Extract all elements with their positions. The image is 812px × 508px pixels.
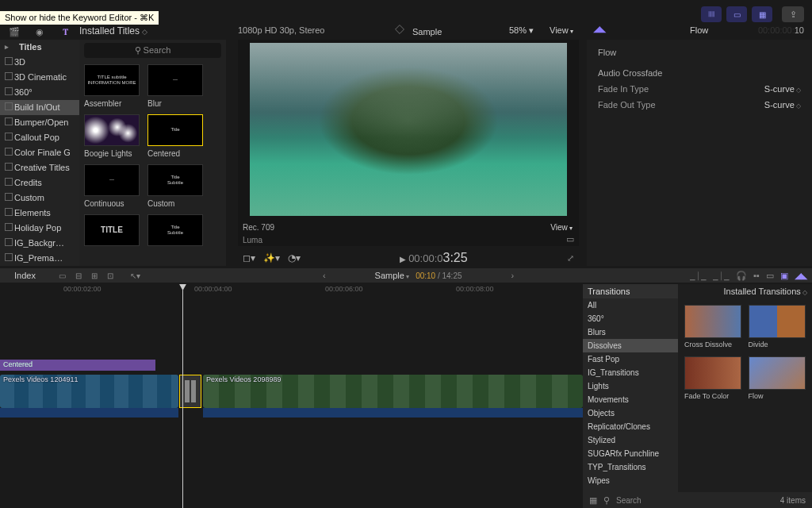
titles-grid: TITLE subtitle INFORMATION MOREAssembler… bbox=[79, 61, 226, 266]
viewer-view-menu-2[interactable]: View bbox=[550, 223, 573, 232]
sidebar-root-titles[interactable]: Titles bbox=[0, 40, 79, 55]
viewer-canvas[interactable] bbox=[250, 43, 567, 216]
timeline-options-icon[interactable]: ▭ bbox=[766, 271, 774, 281]
timeline-area[interactable]: 00:00:02:00 00:00:04:00 00:00:06:00 00:0… bbox=[0, 284, 583, 508]
sidebar-item[interactable]: Bumper/Open bbox=[0, 115, 79, 130]
sidebar-item[interactable]: IG_Prema… bbox=[0, 251, 79, 266]
snapping-icon[interactable]: ▪▪ bbox=[753, 271, 760, 281]
timeline-index-button[interactable]: Index bbox=[0, 271, 50, 280]
title-preset-card[interactable]: TITLE subtitle INFORMATION MOREAssembler bbox=[84, 64, 140, 108]
sidebar-item[interactable]: Custom bbox=[0, 190, 79, 206]
ruler-mark: 00:00:04:00 bbox=[194, 285, 232, 293]
connect-clip-icon[interactable]: ▭ bbox=[56, 270, 69, 281]
title-preset-card[interactable]: TitleCentered bbox=[147, 114, 203, 158]
skimming-icon[interactable]: ⎯⎢⎯ bbox=[690, 271, 707, 281]
sidebar-item[interactable]: Credits bbox=[0, 175, 79, 190]
transition-category-item[interactable]: 360° bbox=[583, 312, 678, 325]
transition-preset-card[interactable]: Cross Dissolve bbox=[684, 305, 742, 348]
arrow-tool-icon[interactable]: ↖▾ bbox=[129, 270, 142, 281]
inspector-title: Flow bbox=[690, 25, 708, 35]
retime-tool-icon[interactable]: ◔▾ bbox=[288, 252, 301, 264]
video-clip-1[interactable]: Pexels Videos 1204911 bbox=[0, 375, 178, 408]
sidebar-item[interactable]: Callout Pop bbox=[0, 130, 79, 145]
inspector-toggle-icon[interactable]: ◢◣ bbox=[593, 24, 606, 34]
browser-title-dropdown[interactable]: Installed Titles bbox=[79, 25, 147, 37]
transition-category-item[interactable]: Dissolves bbox=[583, 339, 678, 352]
grid-view-icon[interactable]: ▦ bbox=[589, 495, 597, 506]
timeline-playhead[interactable] bbox=[182, 284, 183, 508]
viewer-zoom-dropdown[interactable]: 58% ▾ bbox=[509, 25, 534, 36]
transition-category-item[interactable]: TYP_Transitions bbox=[583, 460, 678, 474]
insert-clip-icon[interactable]: ⊟ bbox=[72, 270, 85, 281]
solo-icon[interactable]: 🎧 bbox=[736, 271, 747, 281]
transition-category-item[interactable]: Objects bbox=[583, 406, 678, 420]
transition-category-item[interactable]: Wipes bbox=[583, 474, 678, 487]
search-icon: ⚲ bbox=[603, 495, 610, 506]
title-preset-card[interactable]: Title SubtitleCustom bbox=[147, 164, 203, 208]
sidebar-item[interactable]: Build In/Out bbox=[0, 100, 79, 115]
viewer-scopes-icon[interactable]: ▭ bbox=[566, 234, 574, 244]
effects-browser-icon[interactable]: ▣ bbox=[780, 271, 788, 281]
title-preset-card[interactable]: —Blur bbox=[147, 64, 203, 108]
transitions-search-input[interactable]: Search bbox=[616, 496, 774, 505]
media-library-icon[interactable]: 🎬 bbox=[6, 24, 22, 40]
transitions-browser-dropdown[interactable]: Installed Transitions bbox=[678, 284, 812, 298]
append-clip-icon[interactable]: ⊞ bbox=[88, 270, 101, 281]
title-preset-card[interactable]: TITLE bbox=[84, 214, 140, 249]
workspace-btn-3[interactable]: ▦ bbox=[752, 6, 772, 22]
viewer-colorspace-label: Rec. 709 bbox=[243, 223, 274, 232]
overwrite-clip-icon[interactable]: ⊡ bbox=[104, 270, 117, 281]
workspace-btn-1[interactable]: ⦀⦀ bbox=[701, 6, 722, 22]
transition-category-item[interactable]: Stylized bbox=[583, 433, 678, 447]
workspace-btn-2[interactable]: ▭ bbox=[726, 6, 747, 22]
transitions-browser-icon[interactable]: ◢◣ bbox=[795, 271, 807, 281]
title-clip-centered[interactable]: Centered bbox=[0, 360, 155, 371]
viewer-view-dropdown[interactable]: View bbox=[550, 25, 573, 35]
transition-preset-card[interactable]: Fade To Color bbox=[684, 356, 742, 400]
enhance-tool-icon[interactable]: ✨▾ bbox=[263, 252, 280, 264]
sidebar-item[interactable]: 3D Cinematic bbox=[0, 70, 79, 85]
transition-category-item[interactable]: Blurs bbox=[583, 325, 678, 339]
sidebar-item[interactable]: IG_Backgr… bbox=[0, 236, 79, 251]
title-preset-card[interactable]: —Continuous bbox=[84, 164, 140, 208]
fade-in-dropdown[interactable]: S-curve bbox=[764, 84, 801, 94]
transition-preset-card[interactable]: Divide bbox=[749, 305, 806, 348]
sidebar-item[interactable]: 3D bbox=[0, 55, 79, 70]
timeline-prev-icon[interactable]: ‹ bbox=[323, 271, 326, 280]
timeline-ruler[interactable]: 00:00:02:00 00:00:04:00 00:00:06:00 00:0… bbox=[0, 284, 583, 295]
viewer-panel: Rec. 709 View Luma ▭ bbox=[238, 40, 579, 246]
video-clip-2[interactable]: Pexels Videos 2098989 bbox=[203, 375, 583, 408]
photos-library-icon[interactable]: ◉ bbox=[32, 24, 48, 40]
audio-waveform-2[interactable] bbox=[203, 408, 583, 418]
transition-category-item[interactable]: Lights bbox=[583, 379, 678, 393]
share-button[interactable]: ⇪ bbox=[782, 6, 804, 22]
titles-generators-icon[interactable]: 𝐓 bbox=[57, 24, 73, 40]
fullscreen-icon[interactable]: ⤢ bbox=[567, 253, 574, 264]
fade-out-dropdown[interactable]: S-curve bbox=[764, 100, 801, 110]
audio-waveform-1[interactable] bbox=[0, 408, 178, 418]
transition-category-item[interactable]: SUGARfx Punchline bbox=[583, 447, 678, 460]
titles-sidebar: Titles 3D3D Cinematic360°Build In/OutBum… bbox=[0, 40, 79, 266]
audio-skimming-icon[interactable]: ⎯⎢⎯ bbox=[713, 271, 730, 281]
transform-tool-icon[interactable]: ◻▾ bbox=[243, 252, 255, 264]
timeline-project-dropdown[interactable]: Sample bbox=[375, 271, 410, 280]
title-preset-card[interactable]: Boogie Lights bbox=[84, 114, 140, 158]
transition-category-item[interactable]: All bbox=[583, 298, 678, 312]
inspector-section-flow: Flow bbox=[587, 40, 812, 60]
sidebar-item[interactable]: Holiday Pop bbox=[0, 221, 79, 236]
title-preset-card[interactable]: Title Subtitle bbox=[147, 214, 203, 249]
transition-category-item[interactable]: Fast Pop bbox=[583, 352, 678, 366]
viewer-timecode[interactable]: 00:00:03:25 bbox=[308, 251, 559, 265]
transition-preset-card[interactable]: Flow bbox=[749, 356, 806, 400]
transition-category-item[interactable]: Replicator/Clones bbox=[583, 420, 678, 433]
sidebar-item[interactable]: Color Finale G bbox=[0, 145, 79, 160]
timeline-next-icon[interactable]: › bbox=[511, 271, 515, 280]
inspector-fade-out-row: Fade Out Type S-curve bbox=[587, 97, 812, 113]
transition-category-item[interactable]: IG_Transitions bbox=[583, 366, 678, 379]
transitions-bottom-bar: ▦ ⚲ Search 4 items bbox=[583, 492, 812, 508]
transition-category-item[interactable]: Movements bbox=[583, 393, 678, 406]
sidebar-item[interactable]: Elements bbox=[0, 206, 79, 221]
titles-search-input[interactable]: ⚲ Search bbox=[84, 43, 221, 58]
sidebar-item[interactable]: Creative Titles bbox=[0, 160, 79, 175]
sidebar-item[interactable]: 360° bbox=[0, 85, 79, 100]
